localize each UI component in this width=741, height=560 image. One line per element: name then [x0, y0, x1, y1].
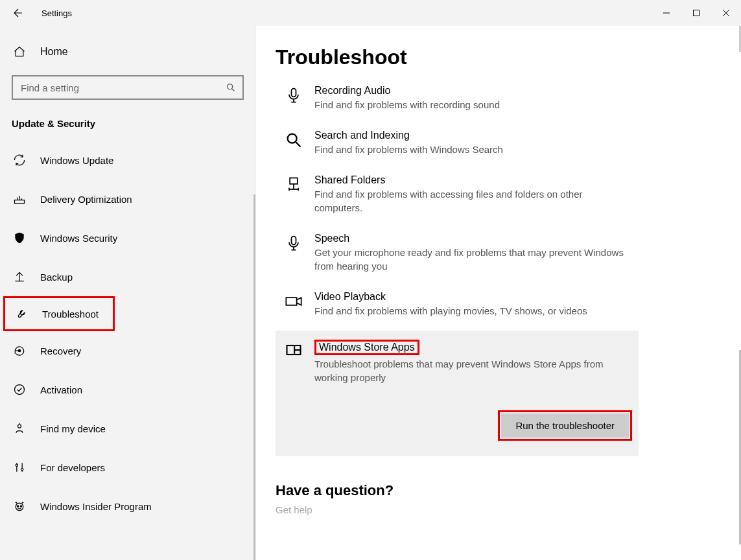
minimize-icon [663, 9, 670, 17]
highlight-box: Run the troubleshooter [498, 410, 632, 441]
svg-point-15 [16, 464, 18, 466]
highlight-box: Windows Store Apps [314, 340, 419, 355]
sidebar-item-label: Backup [40, 272, 73, 283]
troubleshoot-item-title: Recording Audio [314, 85, 390, 97]
run-troubleshooter-button[interactable]: Run the troubleshooter [501, 414, 629, 438]
svg-rect-1 [694, 10, 700, 16]
sidebar-item-label: Windows Insider Program [40, 501, 152, 512]
backup-icon [12, 270, 27, 283]
troubleshoot-item-title: Speech [314, 233, 349, 244]
sidebar-item-label: Windows Security [40, 233, 117, 244]
sidebar-item-label: Delivery Optimization [40, 194, 132, 205]
troubleshoot-item-windows-store-apps[interactable]: Windows Store Apps Troubleshoot problems… [276, 331, 639, 456]
main-content: Troubleshoot Recording Audio Find and fi… [256, 26, 741, 560]
troubleshoot-item-title: Search and Indexing [314, 130, 410, 141]
sidebar-item-label: Find my device [40, 423, 106, 434]
troubleshoot-item-shared-folders[interactable]: Shared Folders Find and fix problems wit… [276, 165, 639, 224]
sidebar-item-label: Windows Update [40, 155, 113, 166]
app-title: Settings [41, 8, 72, 18]
sidebar-item-label: Troubleshoot [42, 309, 99, 320]
svg-point-18 [17, 506, 19, 508]
svg-point-19 [20, 506, 22, 508]
svg-point-4 [228, 84, 233, 89]
troubleshoot-item-desc: Find and fix problems with recording sou… [314, 98, 500, 111]
troubleshoot-item-title: Windows Store Apps [319, 342, 415, 353]
sidebar-home-label: Home [40, 46, 68, 58]
developer-icon [12, 461, 27, 474]
sidebar: Home Update & Security Windows Update [0, 26, 256, 560]
svg-rect-29 [286, 298, 296, 305]
search-input[interactable] [19, 82, 226, 94]
svg-rect-6 [15, 200, 25, 204]
recovery-icon [12, 344, 27, 357]
wrench-icon [14, 307, 29, 320]
sidebar-item-for-developers[interactable]: For developers [0, 448, 255, 487]
sidebar-item-recovery[interactable]: Recovery [0, 331, 255, 370]
sync-icon [12, 154, 27, 167]
check-circle-icon [12, 383, 27, 396]
sidebar-item-backup[interactable]: Backup [0, 257, 255, 296]
home-icon [12, 45, 27, 58]
sidebar-scrollbar[interactable] [253, 194, 255, 560]
maximize-icon [692, 9, 700, 17]
microphone-icon [282, 85, 305, 111]
troubleshoot-item-recording-audio[interactable]: Recording Audio Find and fix problems wi… [276, 76, 639, 121]
svg-rect-23 [290, 178, 298, 184]
troubleshoot-item-speech[interactable]: Speech Get your microphone ready and fix… [276, 224, 639, 282]
sidebar-category: Update & Security [0, 113, 255, 141]
sidebar-item-insider-program[interactable]: Windows Insider Program [0, 487, 255, 526]
svg-rect-28 [292, 237, 296, 245]
sidebar-item-activation[interactable]: Activation [0, 370, 255, 409]
back-button[interactable] [8, 3, 29, 23]
troubleshoot-item-search-indexing[interactable]: Search and Indexing Find and fix problem… [276, 121, 639, 165]
microphone-icon [282, 233, 305, 273]
minimize-button[interactable] [652, 0, 681, 26]
svg-point-21 [288, 134, 297, 143]
svg-line-22 [296, 143, 301, 147]
sidebar-item-windows-update[interactable]: Windows Update [0, 141, 255, 180]
svg-point-10 [15, 385, 25, 395]
apps-grid-icon [282, 340, 305, 441]
svg-point-9 [18, 349, 20, 351]
sidebar-item-label: For developers [40, 462, 105, 473]
get-help-link[interactable]: Get help [276, 504, 722, 515]
sidebar-item-delivery-optimization[interactable]: Delivery Optimization [0, 180, 255, 218]
search-icon [226, 82, 236, 93]
troubleshoot-item-title: Shared Folders [314, 174, 385, 186]
troubleshoot-item-title: Video Playback [314, 291, 386, 303]
close-icon [722, 9, 730, 17]
troubleshoot-item-desc: Get your microphone ready and fix proble… [314, 246, 632, 273]
svg-line-5 [232, 89, 234, 91]
titlebar: Settings [0, 0, 741, 26]
arrow-left-icon [12, 7, 24, 19]
optimization-icon [12, 192, 27, 205]
locate-icon [12, 422, 27, 435]
sidebar-home[interactable]: Home [0, 39, 255, 65]
svg-point-11 [18, 425, 21, 428]
sidebar-item-label: Recovery [40, 345, 81, 356]
page-title: Troubleshoot [276, 45, 722, 69]
sidebar-item-label: Activation [40, 384, 82, 395]
troubleshoot-item-video-playback[interactable]: Video Playback Find and fix problems wit… [276, 282, 639, 327]
video-icon [282, 291, 305, 318]
sidebar-item-windows-security[interactable]: Windows Security [0, 218, 255, 257]
sidebar-item-troubleshoot[interactable]: Troubleshoot [3, 296, 115, 331]
svg-rect-20 [292, 89, 296, 97]
search-box[interactable] [12, 75, 244, 100]
sidebar-item-find-my-device[interactable]: Find my device [0, 409, 255, 448]
troubleshoot-item-desc: Find and fix problems with Windows Searc… [314, 143, 503, 156]
close-button[interactable] [711, 0, 741, 26]
insider-icon [12, 500, 27, 513]
share-icon [282, 174, 305, 215]
question-heading: Have a question? [276, 482, 722, 499]
svg-point-16 [21, 469, 23, 471]
troubleshoot-item-desc: Troubleshoot problems that may prevent W… [314, 357, 632, 384]
troubleshoot-item-desc: Find and fix problems with playing movie… [314, 304, 587, 318]
maximize-button[interactable] [681, 0, 711, 26]
search-icon [282, 130, 305, 156]
shield-icon [12, 231, 27, 244]
troubleshoot-item-desc: Find and fix problems with accessing fil… [314, 187, 632, 215]
